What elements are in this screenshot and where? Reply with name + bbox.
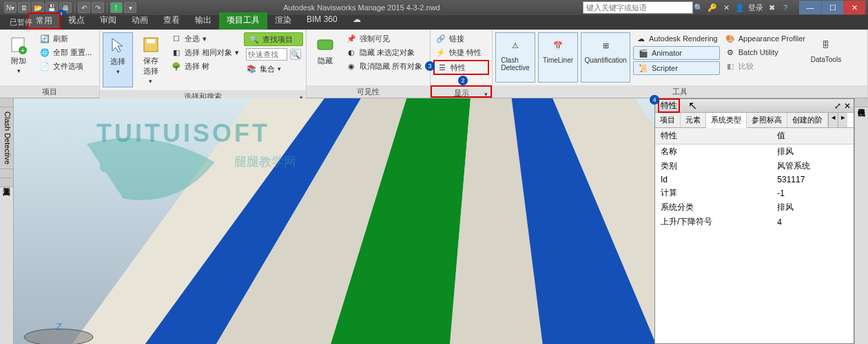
infocenter-icon[interactable]: 🔍: [693, 2, 704, 13]
appearance-profiler-button[interactable]: 🎨Appearance Profiler: [723, 32, 807, 45]
login-label[interactable]: 登录: [748, 3, 763, 13]
key-icon[interactable]: 🔑: [707, 2, 718, 13]
right-dock-tab-0[interactable]: 保存的视点: [855, 98, 868, 107]
clash-detective-button[interactable]: ⚠Clash Detective: [495, 32, 535, 83]
undo-button[interactable]: ↶: [78, 2, 90, 13]
badge-2: 2: [458, 76, 468, 85]
properties-tabs: 项目元素系统类型参照标高创建的阶◂▸: [655, 113, 854, 128]
watermark-subtitle: 腿腿教学网: [234, 153, 296, 170]
panel-pin-button[interactable]: ⤢: [834, 101, 841, 111]
user-icon[interactable]: 👤: [734, 2, 745, 13]
minimize-button[interactable]: —: [799, 1, 821, 14]
prop-tab-nav-0[interactable]: ◂: [828, 113, 838, 127]
appearance-icon: 🎨: [725, 33, 736, 44]
render-icon: ☁: [635, 33, 646, 44]
unhide-all-button[interactable]: ◉取消隐藏 所有对象: [344, 60, 424, 72]
sets-button[interactable]: 📚集合 ▾: [244, 63, 303, 75]
timeliner-button[interactable]: 📅TimeLiner: [538, 32, 578, 83]
quick-props-button[interactable]: ⚡快捷 特性: [433, 46, 489, 58]
svg-text:+: +: [21, 47, 25, 54]
exchange-icon[interactable]: ✕: [721, 2, 732, 13]
prop-tab-2[interactable]: 系统类型: [706, 113, 747, 128]
refresh-button[interactable]: 🔄刷新: [37, 32, 94, 45]
app-menu-button[interactable]: N▾: [4, 2, 17, 13]
prop-row[interactable]: 计算-1: [655, 186, 854, 200]
quick-find-input[interactable]: [246, 48, 287, 61]
quick-find-go[interactable]: 🔍: [290, 49, 301, 60]
panel-tools: ⚠Clash Detective 📅TimeLiner ⊞Quantificat…: [493, 30, 868, 98]
autodesk-rendering-button[interactable]: ☁Autodesk Rendering: [633, 32, 720, 45]
select-same-icon: ◧: [171, 47, 182, 58]
ribbon-tab-8[interactable]: BIM 360: [299, 12, 345, 30]
ribbon-tab-6[interactable]: 项目工具: [219, 12, 267, 30]
panel-title-display: 显示▾: [431, 85, 492, 98]
prop-tab-4[interactable]: 创建的阶: [787, 113, 828, 127]
append-button[interactable]: + 附加▾: [3, 32, 34, 83]
save-button[interactable]: 💾: [45, 2, 58, 13]
qat-dropdown[interactable]: ▾: [124, 2, 136, 13]
ribbon-tab-4[interactable]: 查看: [156, 12, 187, 30]
app-title: Autodesk Navisworks Manage 2015 4-3-2.nw…: [141, 3, 583, 12]
select-same-button[interactable]: ◧选择 相同对象 ▾: [169, 46, 241, 58]
ribbon-tab-1[interactable]: 视点: [61, 12, 92, 30]
panel-visibility: 隐藏 📌强制可见 ◐隐藏 未选定对象 ◉取消隐藏 所有对象 可见性: [307, 30, 431, 98]
prop-tab-0[interactable]: 项目: [655, 113, 681, 127]
scripter-button[interactable]: 📜Scripter: [633, 61, 720, 75]
prop-tab-1[interactable]: 元素: [681, 113, 706, 127]
save-selection-button[interactable]: 保存 选择▾: [136, 32, 166, 87]
properties-header[interactable]: 特性 ↖ 4 ⤢ ✕: [655, 99, 854, 113]
batch-utility-button[interactable]: ⚙Batch Utility: [723, 46, 807, 58]
infocenter-search[interactable]: [583, 1, 693, 14]
prop-tab-3[interactable]: 参照标高: [747, 113, 787, 127]
badge-4: 4: [650, 95, 659, 105]
open-button[interactable]: 📂: [32, 2, 44, 13]
prop-row[interactable]: 名称排风: [655, 144, 854, 160]
new-button[interactable]: 🗎: [18, 2, 30, 13]
prop-row[interactable]: 类别风管系统: [655, 159, 854, 173]
compare-button[interactable]: ◧比较: [723, 60, 807, 72]
prop-tab-nav-1[interactable]: ▸: [838, 113, 847, 127]
select-button[interactable]: 选择▾: [103, 32, 133, 87]
left-dock-tab-2[interactable]: 集合: [0, 169, 13, 178]
panel-close-button[interactable]: ✕: [844, 101, 851, 111]
panel-title-tools: 工具: [493, 85, 867, 98]
compass-widget[interactable]: Z: [21, 316, 96, 344]
left-dock-tab-3[interactable]: 测量工具: [0, 178, 13, 187]
close-button[interactable]: ✕: [843, 1, 865, 14]
help-icon[interactable]: ?: [780, 2, 791, 13]
left-dock-tab-1[interactable]: Clash Detective: [0, 107, 13, 169]
tree-icon: 🌳: [171, 61, 182, 72]
ribbon-tab-cloud[interactable]: ☁: [345, 12, 369, 30]
x-icon[interactable]: ✖: [766, 2, 777, 13]
left-dock-tab-0[interactable]: 项目目录: [0, 98, 13, 107]
require-button[interactable]: 📌强制可见: [344, 32, 424, 45]
hide-button[interactable]: 隐藏: [309, 32, 341, 83]
select-mode-button[interactable]: ⭡: [110, 2, 123, 13]
prop-row[interactable]: 系统分类排风: [655, 200, 854, 215]
reset-all-button[interactable]: 🌐全部 重置...: [37, 46, 94, 58]
animator-button[interactable]: 🎬Animator: [633, 46, 720, 60]
animator-icon: 🎬: [638, 47, 649, 58]
links-button[interactable]: 🔗链接: [433, 32, 489, 45]
ribbon-tab-7[interactable]: 渲染: [267, 12, 299, 30]
hide-unselected-button[interactable]: ◐隐藏 未选定对象: [344, 46, 424, 58]
col-val: 值: [772, 128, 854, 144]
prop-row[interactable]: Id531117: [655, 173, 854, 186]
ribbon-tab-3[interactable]: 动画: [124, 12, 156, 30]
col-key: 特性: [655, 128, 772, 144]
selection-tree-button[interactable]: 🌳选择 树: [169, 60, 241, 72]
datatools-button[interactable]: 🗄DataTools: [810, 32, 842, 83]
panel-project: + 附加▾ 🔄刷新 🌐全部 重置... 📄文件选项 项目: [0, 30, 100, 98]
maximize-button[interactable]: ☐: [821, 1, 843, 14]
prop-row[interactable]: 上升/下降符号4: [655, 215, 854, 229]
redo-button[interactable]: ↷: [92, 2, 104, 13]
find-items-button[interactable]: 🔍查找项目: [244, 32, 303, 46]
select-all-button[interactable]: ☐全选 ▾: [169, 32, 241, 45]
ribbon-tab-2[interactable]: 审阅: [92, 12, 124, 30]
file-options-button[interactable]: 📄文件选项: [37, 60, 94, 72]
properties-button[interactable]: ☰特性: [433, 60, 489, 75]
left-dock: 项目目录Clash Detective集合测量工具: [0, 98, 14, 344]
ribbon-tab-0[interactable]: 常用: [28, 12, 61, 30]
quantification-button[interactable]: ⊞Quantification: [581, 32, 630, 83]
ribbon-tab-5[interactable]: 输出: [187, 12, 219, 30]
